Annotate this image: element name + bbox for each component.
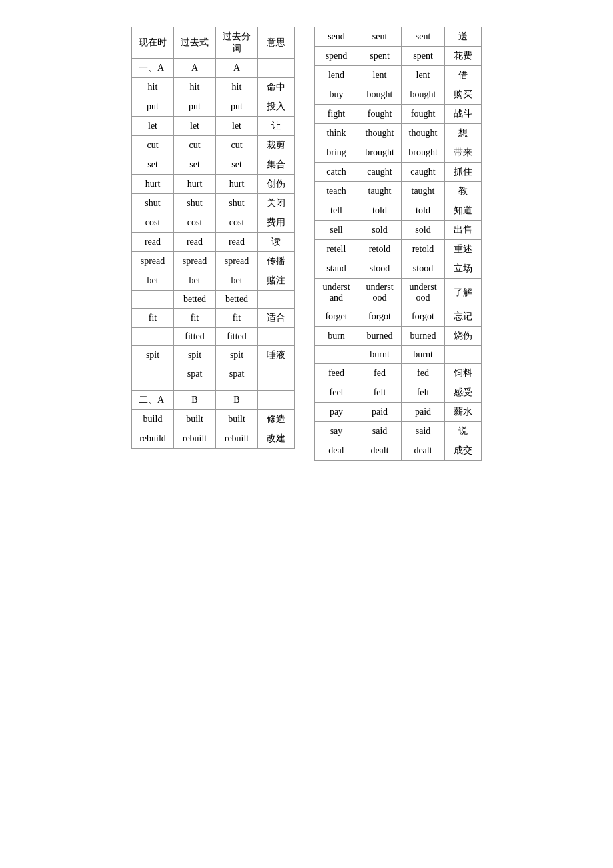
right-table-cell: 感受 (445, 383, 482, 403)
right-table: sendsentsent送spendspentspent花费lendlentle… (314, 27, 482, 461)
left-table-cell: build (132, 410, 174, 429)
left-table-cell: set (174, 155, 216, 175)
right-table-cell: brought (402, 143, 445, 163)
right-table-cell: sent (358, 27, 402, 47)
right-table-cell: fight (315, 105, 358, 124)
left-table-cell: spread (174, 252, 216, 271)
left-table-row: 二、ABB (132, 391, 295, 410)
left-table-cell: hit (174, 78, 216, 97)
left-table-cell (132, 328, 174, 346)
left-table-cell: let (216, 117, 258, 136)
right-table-row: paypaidpaid薪水 (315, 403, 482, 422)
right-table-cell: say (315, 422, 358, 441)
right-table-cell: feel (315, 383, 358, 403)
right-table-cell: thought (358, 124, 402, 143)
left-table-row: letletlet让 (132, 117, 295, 136)
left-table-cell: put (174, 97, 216, 117)
left-table-row: spitspitspit唾液 (132, 346, 295, 365)
left-table-cell: betted (174, 291, 216, 309)
right-table-cell: 立场 (445, 259, 482, 279)
left-table-cell (258, 328, 295, 346)
left-table-cell: put (216, 97, 258, 117)
right-table-cell: fed (358, 364, 402, 383)
left-header-4: 意思 (258, 27, 295, 59)
left-table-cell: 改建 (258, 429, 295, 449)
right-table-row: standstoodstood立场 (315, 259, 482, 279)
right-table-row: saysaidsaid说 (315, 422, 482, 441)
left-table-cell: fitted (174, 328, 216, 346)
left-table-cell: betted (216, 291, 258, 309)
left-table-cell: B (174, 391, 216, 410)
left-table-cell: fit (132, 309, 174, 328)
left-table-cell: fitted (216, 328, 258, 346)
right-table-cell: 成交 (445, 441, 482, 461)
right-table-cell: understood (402, 279, 445, 307)
right-table-cell: 重述 (445, 240, 482, 259)
left-table-cell: hurt (132, 175, 174, 194)
left-table-cell: shut (216, 194, 258, 213)
left-table-row: fitfitfit适合 (132, 309, 295, 328)
left-table-cell: spat (174, 365, 216, 383)
right-table-cell: told (358, 201, 402, 221)
right-table-row: dealdealtdealt成交 (315, 441, 482, 461)
right-table-cell: 知道 (445, 201, 482, 221)
right-table-cell: burnt (358, 346, 402, 364)
left-table-cell (174, 383, 216, 391)
left-table-cell (132, 291, 174, 309)
left-table-row: setsetset集合 (132, 155, 295, 175)
left-table-cell: built (174, 410, 216, 429)
left-table-cell: A (174, 59, 216, 78)
left-table-cell: set (216, 155, 258, 175)
left-table-row: putputput投入 (132, 97, 295, 117)
right-table-cell (315, 346, 358, 364)
left-table-cell: hit (216, 78, 258, 97)
right-table-cell: pay (315, 403, 358, 422)
right-table-cell: burned (358, 327, 402, 346)
right-table-cell: deal (315, 441, 358, 461)
left-table-cell: spread (132, 252, 174, 271)
left-table-row: hithithit命中 (132, 78, 295, 97)
right-table-cell: tell (315, 201, 358, 221)
left-header-1: 现在时 (132, 27, 174, 59)
left-table-cell: cost (216, 213, 258, 233)
left-table-cell: 唾液 (258, 346, 295, 365)
left-table-cell: 读 (258, 233, 295, 252)
left-table-cell (258, 365, 295, 383)
right-table-cell: dealt (358, 441, 402, 461)
right-table-cell: retold (358, 240, 402, 259)
right-table-cell: felt (402, 383, 445, 403)
left-table-cell: 投入 (258, 97, 295, 117)
right-table-row: spendspentspent花费 (315, 47, 482, 66)
right-table-row: retellretoldretold重述 (315, 240, 482, 259)
right-table-cell: feed (315, 364, 358, 383)
left-table-row: hurthurthurt创伤 (132, 175, 295, 194)
left-table-cell: 创伤 (258, 175, 295, 194)
left-table-cell: 让 (258, 117, 295, 136)
left-table-cell: B (216, 391, 258, 410)
left-table-cell: spit (216, 346, 258, 365)
left-table-cell: fit (174, 309, 216, 328)
right-table-row: forgetforgotforgot忘记 (315, 307, 482, 327)
right-table-row: feelfeltfelt感受 (315, 383, 482, 403)
left-table-cell (132, 383, 174, 391)
left-table-row: costcostcost费用 (132, 213, 295, 233)
left-table-cell: shut (174, 194, 216, 213)
left-table-row: rebuildrebuiltrebuilt改建 (132, 429, 295, 449)
right-table-cell: forget (315, 307, 358, 327)
right-table-cell: told (402, 201, 445, 221)
right-table-cell: 借 (445, 66, 482, 85)
left-table-cell: 修造 (258, 410, 295, 429)
left-table-cell: read (174, 233, 216, 252)
right-table-row: understandunderstoodunderstood了解 (315, 279, 482, 307)
right-table-cell: 了解 (445, 279, 482, 307)
left-table-cell: A (216, 59, 258, 78)
right-table-row: teachtaughttaught教 (315, 182, 482, 201)
left-table-cell (258, 383, 295, 391)
left-table-cell: 集合 (258, 155, 295, 175)
right-table-cell: 送 (445, 27, 482, 47)
left-table-cell: spit (174, 346, 216, 365)
right-table-cell: taught (358, 182, 402, 201)
right-table-cell: burned (402, 327, 445, 346)
left-table-cell: rebuild (132, 429, 174, 449)
right-table-cell: taught (402, 182, 445, 201)
